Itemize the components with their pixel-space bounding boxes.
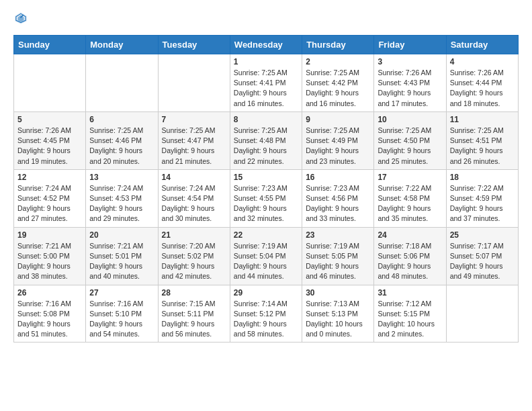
weekday-header: Wednesday — [230, 36, 302, 54]
calendar-cell: 25Sunrise: 7:17 AM Sunset: 5:07 PM Dayli… — [446, 227, 518, 285]
calendar: SundayMondayTuesdayWednesdayThursdayFrid… — [13, 35, 519, 342]
calendar-week-row: 19Sunrise: 7:21 AM Sunset: 5:00 PM Dayli… — [14, 227, 519, 285]
day-number: 25 — [450, 230, 515, 240]
day-info: Sunrise: 7:20 AM Sunset: 5:02 PM Dayligh… — [162, 241, 226, 282]
calendar-cell: 5Sunrise: 7:26 AM Sunset: 4:45 PM Daylig… — [14, 111, 86, 169]
day-info: Sunrise: 7:22 AM Sunset: 4:59 PM Dayligh… — [450, 183, 515, 224]
day-number: 4 — [450, 57, 515, 66]
calendar-cell — [446, 285, 518, 342]
day-number: 22 — [234, 230, 298, 240]
weekday-header: Sunday — [14, 36, 86, 54]
calendar-cell: 19Sunrise: 7:21 AM Sunset: 5:00 PM Dayli… — [14, 227, 86, 285]
day-info: Sunrise: 7:23 AM Sunset: 4:56 PM Dayligh… — [306, 183, 370, 224]
calendar-cell: 7Sunrise: 7:25 AM Sunset: 4:47 PM Daylig… — [158, 111, 230, 169]
day-info: Sunrise: 7:26 AM Sunset: 4:45 PM Dayligh… — [17, 126, 82, 167]
weekday-header: Friday — [374, 36, 446, 54]
calendar-cell: 10Sunrise: 7:25 AM Sunset: 4:50 PM Dayli… — [374, 111, 446, 169]
day-number: 2 — [306, 57, 370, 66]
day-info: Sunrise: 7:25 AM Sunset: 4:49 PM Dayligh… — [306, 126, 370, 167]
logo — [13, 11, 30, 26]
day-number: 27 — [89, 288, 154, 298]
weekday-header: Tuesday — [158, 36, 230, 54]
day-info: Sunrise: 7:25 AM Sunset: 4:42 PM Dayligh… — [306, 68, 370, 109]
day-number: 10 — [378, 115, 442, 124]
day-number: 14 — [162, 173, 226, 182]
day-number: 5 — [17, 115, 82, 124]
day-info: Sunrise: 7:25 AM Sunset: 4:51 PM Dayligh… — [450, 126, 515, 167]
calendar-cell: 11Sunrise: 7:25 AM Sunset: 4:51 PM Dayli… — [446, 111, 518, 169]
day-number: 23 — [306, 230, 370, 240]
calendar-cell: 14Sunrise: 7:24 AM Sunset: 4:54 PM Dayli… — [158, 169, 230, 227]
day-number: 21 — [162, 230, 226, 240]
calendar-cell: 22Sunrise: 7:19 AM Sunset: 5:04 PM Dayli… — [230, 227, 302, 285]
day-info: Sunrise: 7:24 AM Sunset: 4:54 PM Dayligh… — [162, 183, 226, 224]
day-info: Sunrise: 7:16 AM Sunset: 5:08 PM Dayligh… — [17, 299, 82, 340]
day-info: Sunrise: 7:13 AM Sunset: 5:13 PM Dayligh… — [306, 299, 370, 340]
calendar-cell — [158, 54, 230, 112]
day-info: Sunrise: 7:26 AM Sunset: 4:43 PM Dayligh… — [378, 68, 442, 109]
weekday-header: Thursday — [302, 36, 374, 54]
weekday-header-row: SundayMondayTuesdayWednesdayThursdayFrid… — [14, 36, 519, 54]
calendar-cell: 17Sunrise: 7:22 AM Sunset: 4:58 PM Dayli… — [374, 169, 446, 227]
calendar-cell: 26Sunrise: 7:16 AM Sunset: 5:08 PM Dayli… — [14, 285, 86, 342]
day-number: 28 — [162, 288, 226, 298]
day-number: 20 — [89, 230, 154, 240]
day-info: Sunrise: 7:18 AM Sunset: 5:06 PM Dayligh… — [378, 241, 442, 282]
day-info: Sunrise: 7:19 AM Sunset: 5:04 PM Dayligh… — [234, 241, 298, 282]
calendar-cell — [86, 54, 158, 112]
day-number: 30 — [306, 288, 370, 298]
calendar-cell: 15Sunrise: 7:23 AM Sunset: 4:55 PM Dayli… — [230, 169, 302, 227]
calendar-cell: 16Sunrise: 7:23 AM Sunset: 4:56 PM Dayli… — [302, 169, 374, 227]
day-info: Sunrise: 7:25 AM Sunset: 4:46 PM Dayligh… — [89, 126, 154, 167]
day-number: 19 — [17, 230, 82, 240]
day-number: 7 — [162, 115, 226, 124]
calendar-week-row: 26Sunrise: 7:16 AM Sunset: 5:08 PM Dayli… — [14, 285, 519, 342]
calendar-cell: 24Sunrise: 7:18 AM Sunset: 5:06 PM Dayli… — [374, 227, 446, 285]
calendar-week-row: 5Sunrise: 7:26 AM Sunset: 4:45 PM Daylig… — [14, 111, 519, 169]
day-number: 3 — [378, 57, 442, 66]
day-info: Sunrise: 7:12 AM Sunset: 5:15 PM Dayligh… — [378, 299, 442, 340]
day-info: Sunrise: 7:17 AM Sunset: 5:07 PM Dayligh… — [450, 241, 515, 282]
day-info: Sunrise: 7:15 AM Sunset: 5:11 PM Dayligh… — [162, 299, 226, 340]
day-number: 12 — [17, 173, 82, 182]
calendar-cell — [14, 54, 86, 112]
calendar-cell: 3Sunrise: 7:26 AM Sunset: 4:43 PM Daylig… — [374, 54, 446, 112]
calendar-cell: 21Sunrise: 7:20 AM Sunset: 5:02 PM Dayli… — [158, 227, 230, 285]
day-number: 29 — [234, 288, 298, 298]
day-info: Sunrise: 7:22 AM Sunset: 4:58 PM Dayligh… — [378, 183, 442, 224]
calendar-cell: 28Sunrise: 7:15 AM Sunset: 5:11 PM Dayli… — [158, 285, 230, 342]
day-number: 8 — [234, 115, 298, 124]
calendar-cell: 1Sunrise: 7:25 AM Sunset: 4:41 PM Daylig… — [230, 54, 302, 112]
day-number: 1 — [234, 57, 298, 66]
calendar-cell: 6Sunrise: 7:25 AM Sunset: 4:46 PM Daylig… — [86, 111, 158, 169]
day-number: 13 — [89, 173, 154, 182]
calendar-cell: 4Sunrise: 7:26 AM Sunset: 4:44 PM Daylig… — [446, 54, 518, 112]
day-number: 6 — [89, 115, 154, 124]
calendar-week-row: 12Sunrise: 7:24 AM Sunset: 4:52 PM Dayli… — [14, 169, 519, 227]
day-info: Sunrise: 7:23 AM Sunset: 4:55 PM Dayligh… — [234, 183, 298, 224]
day-info: Sunrise: 7:19 AM Sunset: 5:05 PM Dayligh… — [306, 241, 370, 282]
day-info: Sunrise: 7:26 AM Sunset: 4:44 PM Dayligh… — [450, 68, 515, 109]
weekday-header: Monday — [86, 36, 158, 54]
calendar-cell: 12Sunrise: 7:24 AM Sunset: 4:52 PM Dayli… — [14, 169, 86, 227]
day-number: 16 — [306, 173, 370, 182]
day-number: 15 — [234, 173, 298, 182]
day-number: 9 — [306, 115, 370, 124]
calendar-cell: 2Sunrise: 7:25 AM Sunset: 4:42 PM Daylig… — [302, 54, 374, 112]
day-info: Sunrise: 7:25 AM Sunset: 4:48 PM Dayligh… — [234, 126, 298, 167]
calendar-cell: 30Sunrise: 7:13 AM Sunset: 5:13 PM Dayli… — [302, 285, 374, 342]
day-number: 26 — [17, 288, 82, 298]
calendar-cell: 9Sunrise: 7:25 AM Sunset: 4:49 PM Daylig… — [302, 111, 374, 169]
day-info: Sunrise: 7:25 AM Sunset: 4:47 PM Dayligh… — [162, 126, 226, 167]
logo-icon — [13, 11, 28, 26]
day-info: Sunrise: 7:24 AM Sunset: 4:52 PM Dayligh… — [17, 183, 82, 224]
day-number: 24 — [378, 230, 442, 240]
day-info: Sunrise: 7:24 AM Sunset: 4:53 PM Dayligh… — [89, 183, 154, 224]
calendar-cell: 18Sunrise: 7:22 AM Sunset: 4:59 PM Dayli… — [446, 169, 518, 227]
page: SundayMondayTuesdayWednesdayThursdayFrid… — [0, 0, 532, 356]
day-info: Sunrise: 7:25 AM Sunset: 4:50 PM Dayligh… — [378, 126, 442, 167]
day-number: 18 — [450, 173, 515, 182]
weekday-header: Saturday — [446, 36, 518, 54]
calendar-cell: 8Sunrise: 7:25 AM Sunset: 4:48 PM Daylig… — [230, 111, 302, 169]
calendar-cell: 23Sunrise: 7:19 AM Sunset: 5:05 PM Dayli… — [302, 227, 374, 285]
